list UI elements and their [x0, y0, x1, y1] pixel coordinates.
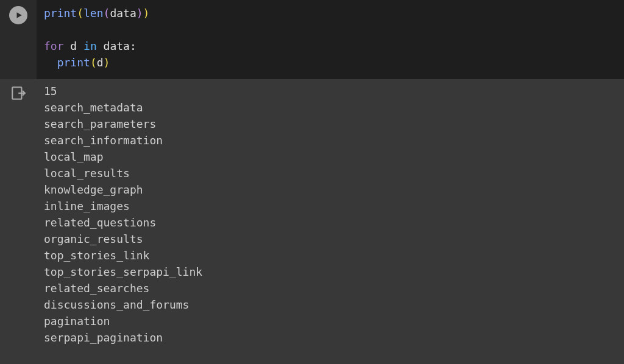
output-line: search_information: [44, 132, 617, 149]
code-line: print(d): [44, 54, 617, 71]
output-line: local_map: [44, 149, 617, 165]
output-line: knowledge_graph: [44, 181, 617, 198]
play-icon: [15, 11, 23, 19]
output-line: related_questions: [44, 214, 617, 231]
code-editor[interactable]: print(len(data)) for d in data: print(d): [37, 0, 624, 79]
code-line: for d in data:: [44, 38, 617, 54]
output-line: discussions_and_forums: [44, 296, 617, 313]
output-line: inline_images: [44, 198, 617, 214]
output-line: search_parameters: [44, 116, 617, 132]
output-line: organic_results: [44, 231, 617, 247]
output-line: search_metadata: [44, 99, 617, 116]
output-line: top_stories_serpapi_link: [44, 264, 617, 280]
output-line: pagination: [44, 313, 617, 329]
output-line: 15: [44, 83, 617, 99]
output-icon: [10, 85, 26, 105]
output-text: 15search_metadatasearch_parameterssearch…: [37, 79, 624, 349]
code-gutter: [0, 0, 37, 79]
output-line: local_results: [44, 165, 617, 181]
output-line: related_searches: [44, 280, 617, 296]
output-line: top_stories_link: [44, 247, 617, 264]
output-line: serpapi_pagination: [44, 329, 617, 346]
run-button[interactable]: [9, 6, 27, 24]
code-line: [44, 21, 617, 38]
code-cell: print(len(data)) for d in data: print(d): [0, 0, 624, 79]
output-gutter: [0, 79, 37, 349]
output-cell: 15search_metadatasearch_parameterssearch…: [0, 79, 624, 349]
code-line: print(len(data)): [44, 5, 617, 21]
